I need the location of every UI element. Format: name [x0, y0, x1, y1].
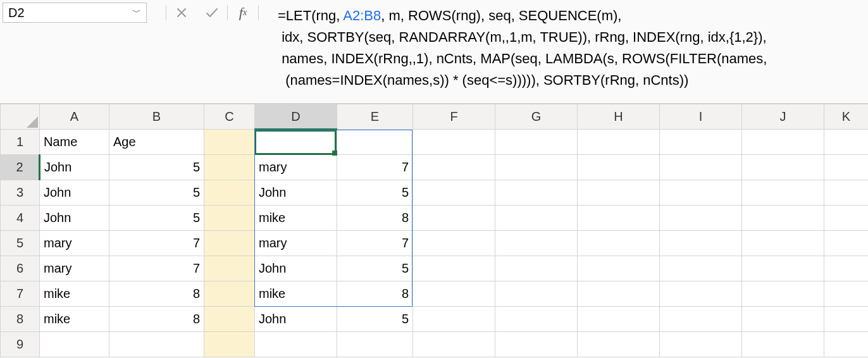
cell[interactable] [495, 256, 578, 281]
cell[interactable]: mike [255, 281, 337, 307]
cell[interactable] [413, 130, 495, 155]
cell[interactable] [495, 231, 578, 256]
column-header[interactable]: H [578, 104, 660, 130]
cell[interactable] [413, 231, 495, 256]
cell[interactable] [413, 307, 495, 332]
column-header[interactable]: I [660, 104, 742, 130]
row-header[interactable]: 2 [1, 155, 40, 180]
row-header[interactable]: 1 [1, 130, 40, 155]
cell[interactable] [204, 155, 255, 180]
cell[interactable] [413, 332, 495, 357]
cell[interactable] [495, 281, 578, 307]
spreadsheet-grid[interactable]: A B C D E F G H I J K 1 Name Age 2 John … [0, 104, 868, 357]
cell[interactable] [742, 231, 824, 256]
cell[interactable] [578, 332, 660, 357]
column-header[interactable]: C [204, 104, 255, 130]
cell[interactable] [495, 180, 578, 206]
cell[interactable] [337, 130, 413, 155]
cell[interactable]: Age [109, 130, 204, 155]
cell[interactable]: John [255, 307, 337, 332]
cell[interactable] [660, 180, 742, 206]
cell[interactable]: 7 [337, 155, 413, 180]
cell[interactable] [204, 180, 255, 206]
cell[interactable] [824, 307, 869, 332]
cell[interactable]: mary [255, 231, 337, 256]
cell[interactable]: 5 [337, 256, 413, 281]
cell[interactable]: John [40, 155, 109, 180]
cell[interactable]: 7 [337, 231, 413, 256]
cell[interactable] [204, 130, 255, 155]
row-header[interactable]: 3 [1, 180, 40, 206]
column-header[interactable]: F [413, 104, 495, 130]
cell[interactable] [660, 130, 742, 155]
cell[interactable] [578, 231, 660, 256]
cell[interactable]: John [255, 256, 337, 281]
cell[interactable] [578, 155, 660, 180]
cell[interactable] [413, 256, 495, 281]
cell[interactable] [578, 307, 660, 332]
cell[interactable] [824, 206, 869, 231]
cell[interactable] [660, 281, 742, 307]
column-header[interactable]: D [255, 104, 337, 130]
cell[interactable] [742, 206, 824, 231]
cell[interactable] [578, 256, 660, 281]
row-header[interactable]: 9 [1, 332, 40, 357]
formula-input[interactable]: =LET(rng, A2:B8, m, ROWS(rng), seq, SEQU… [278, 3, 865, 94]
column-header[interactable]: K [824, 104, 869, 130]
cell[interactable]: John [255, 180, 337, 206]
cell[interactable] [204, 231, 255, 256]
cell[interactable] [742, 281, 824, 307]
cell[interactable]: 5 [109, 206, 204, 231]
cell[interactable] [660, 332, 742, 357]
cell[interactable] [578, 281, 660, 307]
cell[interactable] [495, 307, 578, 332]
cell[interactable] [742, 256, 824, 281]
cell[interactable] [495, 155, 578, 180]
cell[interactable] [495, 332, 578, 357]
row-header[interactable]: 8 [1, 307, 40, 332]
cell[interactable] [204, 206, 255, 231]
cell[interactable]: 5 [337, 180, 413, 206]
cell[interactable] [413, 155, 495, 180]
cell[interactable]: mary [40, 231, 109, 256]
cell[interactable] [824, 231, 869, 256]
row-header[interactable]: 4 [1, 206, 40, 231]
cell[interactable]: 8 [109, 307, 204, 332]
accept-formula-icon[interactable] [197, 3, 227, 23]
column-header[interactable]: J [742, 104, 824, 130]
cell[interactable] [255, 130, 337, 155]
cell[interactable] [742, 180, 824, 206]
cell[interactable]: John [40, 180, 109, 206]
column-header[interactable]: A [40, 104, 109, 130]
cell[interactable] [824, 256, 869, 281]
row-header[interactable]: 6 [1, 256, 40, 281]
cell[interactable] [824, 281, 869, 307]
cell[interactable]: mike [40, 281, 109, 307]
chevron-down-icon[interactable]: ﹀ [132, 7, 141, 18]
cell[interactable] [413, 180, 495, 206]
cell[interactable] [413, 281, 495, 307]
cell[interactable] [660, 206, 742, 231]
cell[interactable] [742, 155, 824, 180]
cell[interactable]: 5 [109, 180, 204, 206]
cell[interactable] [495, 130, 578, 155]
cell[interactable] [660, 231, 742, 256]
cell[interactable]: mike [40, 307, 109, 332]
cell[interactable] [204, 256, 255, 281]
cell-active[interactable]: mary [255, 155, 337, 180]
cell[interactable] [578, 206, 660, 231]
cell[interactable]: mike [255, 206, 337, 231]
cell[interactable]: 7 [109, 231, 204, 256]
cell[interactable]: 5 [109, 155, 204, 180]
cell[interactable] [824, 180, 869, 206]
cell[interactable] [824, 155, 869, 180]
cell[interactable] [40, 332, 109, 357]
cell[interactable]: John [40, 206, 109, 231]
column-header[interactable]: E [337, 104, 413, 130]
cell[interactable] [824, 332, 869, 357]
cell[interactable] [204, 307, 255, 332]
cell[interactable] [742, 332, 824, 357]
cell[interactable]: 8 [109, 281, 204, 307]
insert-function-icon[interactable]: fx [228, 3, 258, 23]
cell[interactable] [660, 155, 742, 180]
